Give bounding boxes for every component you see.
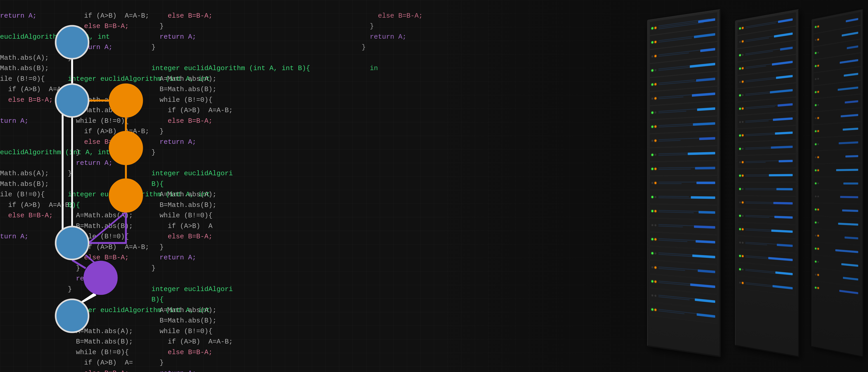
- svg-point-22: [56, 226, 89, 259]
- svg-point-21: [110, 179, 143, 212]
- svg-line-15: [72, 260, 86, 268]
- svg-point-24: [56, 300, 89, 333]
- svg-line-5: [89, 212, 126, 243]
- server-rack-2: [735, 9, 799, 357]
- server-rack-scene: [438, 0, 868, 372]
- svg-point-20: [110, 132, 143, 165]
- svg-line-16: [80, 294, 96, 303]
- svg-point-19: [110, 84, 143, 117]
- server-rack-1: [647, 9, 721, 357]
- svg-point-17: [56, 26, 89, 59]
- svg-point-18: [56, 84, 89, 117]
- flow-graph: [13, 0, 172, 372]
- svg-point-23: [84, 261, 117, 294]
- server-rack-3: [811, 9, 864, 357]
